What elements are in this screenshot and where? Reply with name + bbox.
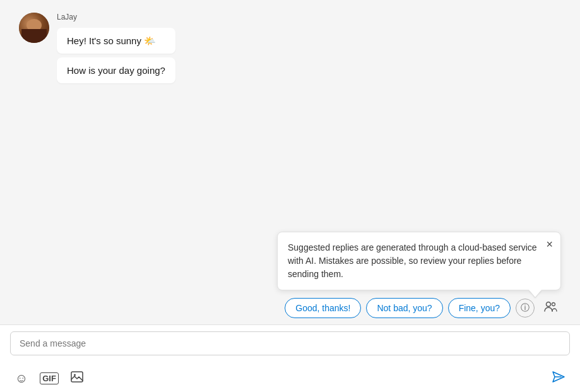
info-icon-button[interactable]: ⓘ bbox=[516, 299, 535, 318]
info-icon: ⓘ bbox=[521, 302, 530, 314]
avatar bbox=[19, 13, 49, 43]
suggestions-area: × Suggested replies are generated throug… bbox=[0, 232, 580, 324]
chat-area: LaJay Hey! It's so sunny 🌤️ How is your … bbox=[0, 0, 580, 232]
send-icon bbox=[552, 370, 565, 387]
ai-icon-button[interactable] bbox=[540, 299, 561, 318]
reply-button-1[interactable]: Good, thanks! bbox=[285, 298, 361, 318]
emoji-button[interactable]: ☺ bbox=[10, 367, 33, 389]
message-bubble-1: Hey! It's so sunny 🌤️ bbox=[57, 28, 175, 54]
send-button[interactable] bbox=[547, 367, 570, 389]
message-bubble-2: How is your day going? bbox=[57, 57, 175, 83]
input-area bbox=[0, 324, 580, 362]
gif-icon: GIF bbox=[40, 372, 59, 384]
reply-button-2[interactable]: Not bad, you? bbox=[366, 298, 442, 318]
message-input[interactable] bbox=[10, 331, 570, 355]
ai-people-icon bbox=[543, 300, 557, 317]
suggested-replies-row: Good, thanks! Not bad, you? Fine, you? ⓘ bbox=[285, 298, 561, 318]
user-message-group: LaJay Hey! It's so sunny 🌤️ How is your … bbox=[19, 13, 561, 83]
gif-button[interactable]: GIF bbox=[38, 367, 61, 389]
image-icon bbox=[70, 370, 84, 387]
svg-point-1 bbox=[552, 302, 555, 306]
ai-tooltip: × Suggested replies are generated throug… bbox=[277, 232, 561, 290]
tooltip-text: Suggested replies are generated through … bbox=[288, 242, 537, 279]
svg-point-3 bbox=[74, 374, 76, 376]
svg-point-0 bbox=[547, 302, 551, 306]
emoji-icon: ☺ bbox=[15, 371, 28, 386]
svg-rect-2 bbox=[71, 372, 83, 382]
image-button[interactable] bbox=[66, 367, 88, 389]
toolbar: ☺ GIF bbox=[0, 362, 580, 392]
username: LaJay bbox=[57, 13, 175, 21]
messages-group: LaJay Hey! It's so sunny 🌤️ How is your … bbox=[57, 13, 175, 83]
tooltip-close-button[interactable]: × bbox=[546, 239, 553, 250]
reply-button-3[interactable]: Fine, you? bbox=[448, 298, 511, 318]
